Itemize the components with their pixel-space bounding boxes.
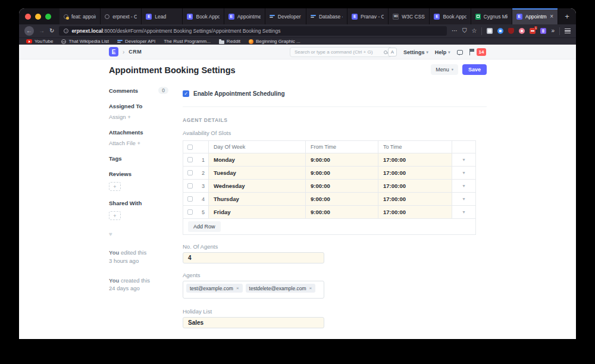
from-time-cell[interactable]: 9:00:00 xyxy=(306,180,378,192)
holiday-list-input[interactable]: Sales xyxy=(183,317,324,328)
overflow-chevrons-icon[interactable]: » xyxy=(551,28,555,34)
row-expand-icon[interactable]: ▾ xyxy=(462,183,465,189)
address-bar[interactable]: i erpnext.local:8000/desk#Form/Appointme… xyxy=(59,26,447,36)
w3c-icon: W3 xyxy=(393,14,399,20)
back-button[interactable]: ← xyxy=(24,26,34,36)
bookmark-star-icon[interactable]: ☆ xyxy=(471,28,477,34)
extension-shield-icon[interactable] xyxy=(508,28,514,34)
day-cell[interactable]: Monday xyxy=(209,153,306,166)
row-checkbox[interactable] xyxy=(187,196,193,202)
enable-scheduling-field[interactable]: ✓ Enable Appointment Scheduling xyxy=(183,90,487,97)
avatar[interactable]: A xyxy=(388,48,397,57)
remove-tag-icon[interactable]: × xyxy=(236,285,239,291)
bookmark-youtube[interactable]: YouTube xyxy=(26,39,53,44)
checkbox-checked-icon[interactable]: ✓ xyxy=(183,90,189,97)
day-cell[interactable]: Friday xyxy=(209,206,306,218)
row-number: 2 xyxy=(202,170,205,176)
extension-blue-icon[interactable] xyxy=(497,28,503,34)
tab-erpnext-code[interactable]: erpnext - Code xyxy=(101,8,142,24)
new-tab-button[interactable]: + xyxy=(558,8,576,24)
notification-count-badge[interactable]: 14 xyxy=(477,48,486,56)
row-checkbox[interactable] xyxy=(187,209,193,215)
row-checkbox[interactable] xyxy=(187,183,193,189)
no-of-agents-input[interactable]: 4 xyxy=(183,252,324,263)
add-row-button[interactable]: Add Row xyxy=(188,221,221,232)
row-checkbox[interactable] xyxy=(187,170,193,175)
to-time-cell[interactable]: 17:00:00 xyxy=(378,167,452,179)
tab-book-appointment-1[interactable]: E Book Appointm xyxy=(183,8,224,24)
day-cell[interactable]: Wednesday xyxy=(209,180,306,192)
tab-developer-api[interactable]: Developer API xyxy=(265,8,306,24)
tab-database-api[interactable]: Database - API xyxy=(306,8,347,24)
select-all-checkbox[interactable] xyxy=(187,145,193,150)
erpnext-logo[interactable]: E xyxy=(109,47,118,57)
close-window-button[interactable] xyxy=(25,14,31,20)
maximize-window-button[interactable] xyxy=(45,14,51,20)
bookmark-rust-book[interactable]: The Rust Programm... xyxy=(164,39,211,44)
search-input[interactable] xyxy=(295,49,381,55)
sidebar-tags-label[interactable]: Tags xyxy=(109,155,168,162)
to-time-cell[interactable]: 17:00:00 xyxy=(378,193,452,205)
from-time-cell[interactable]: 9:00:00 xyxy=(306,206,378,218)
tab-appointment-active[interactable]: E Appointmen × xyxy=(512,8,558,24)
settings-menu[interactable]: Settings▾ xyxy=(403,49,428,55)
from-time-cell[interactable]: 9:00:00 xyxy=(306,193,378,205)
row-expand-icon[interactable]: ▾ xyxy=(462,196,465,202)
day-cell[interactable]: Thursday xyxy=(209,193,306,205)
share-button[interactable]: + xyxy=(109,211,121,220)
to-time-cell[interactable]: 17:00:00 xyxy=(378,153,452,166)
forward-button[interactable]: → xyxy=(39,28,45,34)
youtube-icon xyxy=(26,39,32,43)
notifications-flag-icon[interactable] xyxy=(469,49,471,55)
chat-icon[interactable] xyxy=(457,50,463,55)
menu-button[interactable]: Menu▾ xyxy=(431,64,458,75)
row-checkbox[interactable] xyxy=(187,157,193,162)
page-actions-icon[interactable]: ⋯ xyxy=(452,28,458,34)
global-search[interactable] xyxy=(290,47,392,57)
row-expand-icon[interactable]: ▾ xyxy=(462,170,465,175)
tab-cygnus-sheet[interactable]: Cygnus Mk3 - G xyxy=(471,8,512,24)
remove-tag-icon[interactable]: × xyxy=(309,285,312,291)
like-heart-icon[interactable]: ♥ xyxy=(109,231,168,237)
col-day-of-week: Day Of Week xyxy=(209,141,306,153)
row-expand-icon[interactable]: ▾ xyxy=(462,157,465,162)
assign-link[interactable]: Assign + xyxy=(109,114,168,120)
add-review-button[interactable]: + xyxy=(109,182,121,191)
table-row: 5 Friday 9:00:00 17:00:00 ▾ xyxy=(183,206,475,219)
pocket-icon[interactable]: ⛉ xyxy=(462,28,467,34)
extension-purple-icon[interactable] xyxy=(540,28,546,34)
from-time-cell[interactable]: 9:00:00 xyxy=(306,167,378,179)
bookmark-developer-api[interactable]: Developer API xyxy=(117,39,155,44)
form-sidebar: Comments 0 Assigned To Assign + Attachme… xyxy=(109,87,168,293)
bookmark-folder-reddit[interactable]: Reddit xyxy=(219,39,240,44)
from-time-cell[interactable]: 9:00:00 xyxy=(306,153,378,166)
extension-notes-icon[interactable] xyxy=(487,28,493,34)
tab-book-appointment-2[interactable]: E Book Appointm xyxy=(430,8,471,24)
tab-label: Book Appointm xyxy=(196,14,219,20)
tab-w3c-css-validator[interactable]: W3 W3C CSS Valid xyxy=(389,8,430,24)
minimize-window-button[interactable] xyxy=(35,14,41,20)
extension-blocker-icon[interactable]: 1 xyxy=(530,28,536,34)
tab-appointment-w[interactable]: E Appointment w xyxy=(224,8,265,24)
to-time-cell[interactable]: 17:00:00 xyxy=(378,206,452,218)
sidebar-comments-label[interactable]: Comments xyxy=(109,87,138,94)
section-divider xyxy=(183,106,487,107)
tab-feat-appointme[interactable]: feat: appointme xyxy=(60,8,101,24)
tab-close-icon[interactable]: × xyxy=(550,14,553,20)
bookmark-wikipedia-list[interactable]: That Wikipedia List xyxy=(61,39,109,44)
menu-hamburger-icon[interactable] xyxy=(565,29,571,33)
row-expand-icon[interactable]: ▾ xyxy=(462,209,465,215)
tab-lead[interactable]: E Lead xyxy=(142,8,183,24)
save-button[interactable]: Save xyxy=(462,64,487,75)
reload-button[interactable]: ↻ xyxy=(49,28,54,34)
agents-multiselect[interactable]: test@example.com× testdelete@example.com… xyxy=(183,281,324,299)
tab-pranav-crm[interactable]: E Pranav - CRM-C xyxy=(347,8,389,24)
bookmark-beginning-graphic[interactable]: Beginning Graphic ... xyxy=(249,39,300,44)
to-time-cell[interactable]: 17:00:00 xyxy=(378,180,452,192)
attach-file-link[interactable]: Attach File + xyxy=(109,140,168,146)
breadcrumb[interactable]: CRM xyxy=(129,49,142,55)
site-info-icon[interactable]: i xyxy=(64,29,68,33)
help-menu[interactable]: Help▾ xyxy=(435,49,450,55)
day-cell[interactable]: Tuesday xyxy=(209,167,306,179)
extension-pink-icon[interactable] xyxy=(519,28,525,34)
